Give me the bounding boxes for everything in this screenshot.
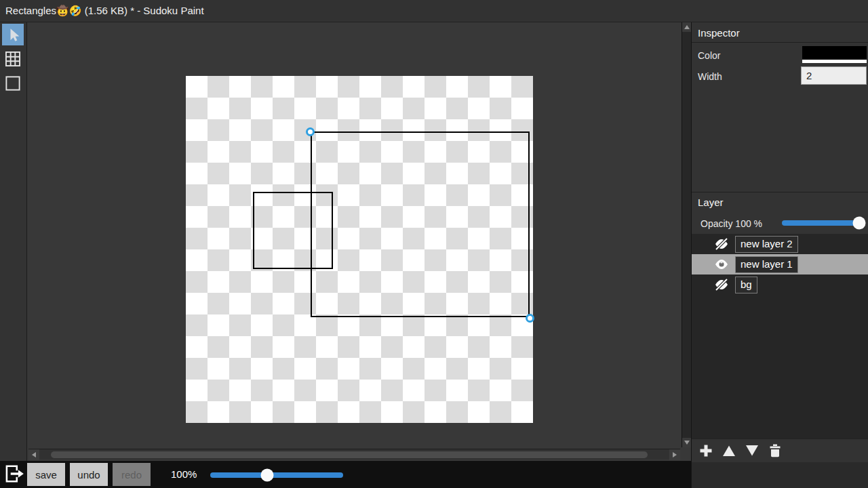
rectangle-tool-button[interactable] bbox=[2, 73, 24, 94]
right-panel: Inspector Color Width Layer Opacity 100 … bbox=[691, 22, 868, 488]
canvas[interactable] bbox=[186, 76, 533, 423]
inspector-title: Inspector bbox=[698, 27, 740, 39]
selection-handle[interactable] bbox=[526, 314, 534, 323]
save-button[interactable]: save bbox=[27, 463, 65, 486]
exit-button[interactable] bbox=[1, 462, 26, 487]
cursor-icon bbox=[3, 25, 22, 44]
arrow-down-icon bbox=[684, 441, 690, 445]
add-layer-button[interactable] bbox=[698, 442, 715, 460]
grid-icon bbox=[3, 49, 22, 68]
drawn-rectangle[interactable] bbox=[253, 192, 333, 269]
visibility-off-icon[interactable] bbox=[713, 277, 730, 293]
color-swatch-underline bbox=[802, 60, 867, 63]
visibility-on-icon[interactable] bbox=[713, 256, 730, 272]
layer-row-new-layer-2[interactable]: new layer 2 bbox=[692, 234, 868, 254]
layer-title: Layer bbox=[698, 197, 724, 208]
layer-actions bbox=[692, 439, 868, 462]
rectangle-icon bbox=[3, 74, 22, 93]
divider bbox=[692, 192, 868, 192]
visibility-off-icon[interactable] bbox=[713, 236, 730, 252]
undo-button[interactable]: undo bbox=[70, 463, 108, 486]
scroll-right-button[interactable] bbox=[669, 449, 680, 460]
move-layer-up-button[interactable] bbox=[721, 442, 738, 460]
scroll-left-button[interactable] bbox=[28, 449, 39, 460]
move-up-icon bbox=[721, 443, 737, 459]
horizontal-scroll-thumb[interactable] bbox=[51, 451, 648, 458]
color-swatch-fill bbox=[802, 46, 867, 60]
move-layer-down-button[interactable] bbox=[744, 442, 762, 460]
scroll-up-button[interactable] bbox=[682, 22, 692, 32]
move-down-icon bbox=[744, 443, 760, 459]
trash-icon bbox=[767, 443, 783, 459]
drawn-rectangle[interactable] bbox=[311, 131, 530, 317]
vertical-scrollbar[interactable] bbox=[682, 22, 691, 447]
width-label: Width bbox=[698, 71, 722, 82]
layer-row-new-layer-1[interactable]: new layer 1 bbox=[692, 254, 868, 274]
zoom-slider-thumb[interactable] bbox=[261, 469, 274, 482]
opacity-label: Opacity 100 % bbox=[701, 218, 762, 229]
select-tool-button[interactable] bbox=[2, 24, 24, 45]
scroll-down-button[interactable] bbox=[682, 438, 692, 447]
color-label: Color bbox=[698, 50, 720, 61]
width-input[interactable] bbox=[801, 66, 867, 85]
tool-palette bbox=[0, 22, 27, 461]
arrow-left-icon bbox=[32, 452, 36, 458]
bottom-bar: save undo redo 100% bbox=[0, 461, 691, 488]
zoom-level-label: 100% bbox=[171, 461, 197, 488]
grid-tool-button[interactable] bbox=[2, 48, 24, 70]
divider bbox=[692, 42, 868, 43]
delete-layer-button[interactable] bbox=[767, 442, 785, 460]
color-swatch[interactable] bbox=[802, 46, 867, 63]
layer-list: new layer 2 new layer 1 bg bbox=[692, 234, 868, 439]
zoom-slider[interactable] bbox=[210, 472, 343, 478]
redo-button: redo bbox=[113, 463, 151, 486]
exit-icon bbox=[2, 462, 25, 485]
window-title: Rectangles🤠🤣 (1.56 KB) * - Sudoku Paint bbox=[5, 5, 204, 16]
opacity-slider[interactable] bbox=[782, 220, 863, 226]
opacity-slider-thumb[interactable] bbox=[853, 217, 866, 230]
canvas-viewport[interactable] bbox=[27, 22, 682, 461]
layer-row-bg[interactable]: bg bbox=[692, 274, 868, 295]
layer-name[interactable]: new layer 1 bbox=[735, 256, 798, 273]
add-icon bbox=[698, 443, 714, 459]
layer-name[interactable]: new layer 2 bbox=[735, 236, 798, 253]
selection-handle[interactable] bbox=[306, 127, 315, 136]
title-bar: Rectangles🤠🤣 (1.56 KB) * - Sudoku Paint bbox=[0, 0, 868, 22]
horizontal-scrollbar[interactable] bbox=[28, 449, 680, 460]
app-window: Rectangles🤠🤣 (1.56 KB) * - Sudoku Paint bbox=[0, 0, 868, 488]
layer-name[interactable]: bg bbox=[735, 277, 757, 293]
arrow-up-icon bbox=[684, 25, 690, 29]
arrow-right-icon bbox=[673, 452, 677, 458]
panel-footer bbox=[692, 462, 868, 488]
